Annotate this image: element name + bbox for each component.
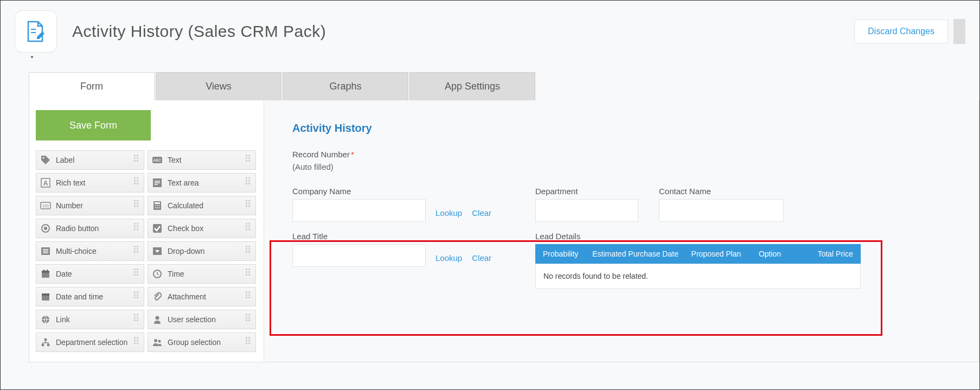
company-lookup-link[interactable]: Lookup: [435, 208, 462, 222]
th-option: Option: [759, 250, 804, 258]
svg-point-17: [159, 205, 160, 206]
svg-point-41: [154, 339, 157, 342]
field-number[interactable]: 123 Number: [36, 196, 144, 215]
svg-point-40: [47, 344, 50, 347]
svg-point-39: [42, 344, 44, 347]
tag-icon: [40, 154, 52, 166]
svg-rect-35: [42, 293, 49, 296]
clock-icon: [151, 268, 163, 280]
lead-details-label: Lead Details: [535, 232, 861, 241]
svg-point-15: [155, 205, 156, 206]
abc-icon: ABC: [151, 154, 163, 166]
field-user-selection[interactable]: User selection: [148, 310, 256, 329]
lead-clear-link[interactable]: Clear: [472, 253, 491, 267]
svg-point-2: [43, 157, 44, 159]
th-total-price: Total Price: [804, 250, 853, 258]
svg-point-22: [44, 227, 47, 230]
svg-point-18: [155, 207, 156, 208]
lead-details-table: Probability Estimated Purchase Date Prop…: [535, 244, 861, 289]
field-drop-down[interactable]: Drop-down: [148, 241, 256, 261]
svg-rect-31: [43, 270, 44, 272]
field-text[interactable]: ABC Text: [148, 150, 256, 170]
field-calculated[interactable]: Calculated: [148, 196, 256, 215]
list-icon: [40, 245, 52, 257]
tab-views[interactable]: Views: [156, 72, 281, 100]
form-canvas: Activity History Record Number* (Auto fi…: [264, 100, 979, 362]
dropdown-icon: [151, 245, 163, 257]
svg-point-38: [44, 338, 47, 341]
group-icon: [151, 336, 163, 348]
textarea-icon: [151, 177, 163, 189]
field-radio-button[interactable]: Radio button: [36, 219, 144, 238]
svg-text:A: A: [43, 180, 48, 187]
record-number-hint: (Auto filled): [292, 162, 951, 171]
calculator-icon: [151, 200, 163, 212]
department-input[interactable]: [535, 199, 638, 222]
calendar-clock-icon: [40, 291, 52, 303]
contact-name-label: Contact Name: [659, 187, 784, 196]
field-attachment[interactable]: Attachment: [148, 287, 256, 306]
discard-changes-button[interactable]: Discard Changes: [854, 20, 948, 43]
field-date-and-time[interactable]: Date and time: [36, 287, 144, 306]
tab-app-settings[interactable]: App Settings: [409, 72, 535, 100]
field-rich-text[interactable]: A Rich text: [36, 173, 144, 193]
tab-form[interactable]: Form: [29, 72, 155, 100]
field-palette: Save Form Label ABC Text A Rich text: [29, 100, 264, 362]
svg-text:123: 123: [42, 204, 49, 208]
number-icon: 123: [40, 200, 52, 212]
field-department-selection[interactable]: Department selection: [36, 333, 144, 352]
letter-a-icon: A: [40, 177, 52, 189]
app-icon: [15, 10, 57, 53]
svg-rect-32: [47, 270, 48, 272]
save-form-button[interactable]: Save Form: [36, 110, 151, 140]
field-check-box[interactable]: Check box: [148, 219, 256, 238]
svg-text:ABC: ABC: [153, 158, 161, 162]
document-edit-icon: [24, 20, 48, 43]
svg-rect-14: [155, 202, 160, 204]
lead-title-input[interactable]: [292, 244, 426, 267]
section-title: Activity History: [292, 122, 951, 135]
th-estimated-purchase-date: Estimated Purchase Date: [592, 250, 691, 258]
globe-icon: [40, 314, 52, 325]
dot-indicator: [31, 56, 33, 58]
side-strip: [953, 19, 965, 44]
no-records-message: No records found to be related.: [535, 264, 861, 289]
record-number-label: Record Number*: [292, 150, 951, 159]
svg-point-16: [157, 205, 158, 206]
svg-rect-30: [42, 271, 49, 273]
field-date[interactable]: Date: [36, 264, 144, 284]
calendar-icon: [40, 268, 52, 280]
contact-name-input[interactable]: [659, 199, 784, 222]
tabs: Form Views Graphs App Settings: [29, 72, 979, 100]
field-label[interactable]: Label: [36, 150, 144, 170]
field-text-area[interactable]: Text area: [148, 173, 256, 193]
company-clear-link[interactable]: Clear: [472, 208, 491, 222]
org-icon: [40, 336, 52, 348]
svg-rect-23: [153, 224, 162, 233]
lead-lookup-link[interactable]: Lookup: [435, 253, 462, 267]
user-icon: [151, 314, 163, 325]
checkbox-icon: [151, 222, 163, 234]
company-name-input[interactable]: [292, 199, 426, 222]
radio-icon: [40, 222, 52, 234]
tab-graphs[interactable]: Graphs: [283, 72, 408, 100]
department-label: Department: [535, 187, 644, 196]
svg-point-42: [158, 340, 161, 343]
lead-title-label: Lead Title: [292, 232, 520, 241]
svg-point-19: [157, 207, 158, 208]
field-group-selection[interactable]: Group selection: [148, 333, 256, 352]
paperclip-icon: [151, 291, 163, 303]
page-title: Activity History (Sales CRM Pack): [72, 22, 326, 41]
field-link[interactable]: Link: [36, 310, 144, 329]
th-probability: Probability: [543, 250, 592, 258]
field-multi-choice[interactable]: Multi-choice: [36, 241, 144, 261]
company-name-label: Company Name: [292, 187, 520, 196]
field-time[interactable]: Time: [148, 264, 256, 284]
svg-point-37: [156, 316, 159, 320]
svg-point-20: [159, 207, 160, 208]
th-proposed-plan: Proposed Plan: [691, 250, 759, 258]
